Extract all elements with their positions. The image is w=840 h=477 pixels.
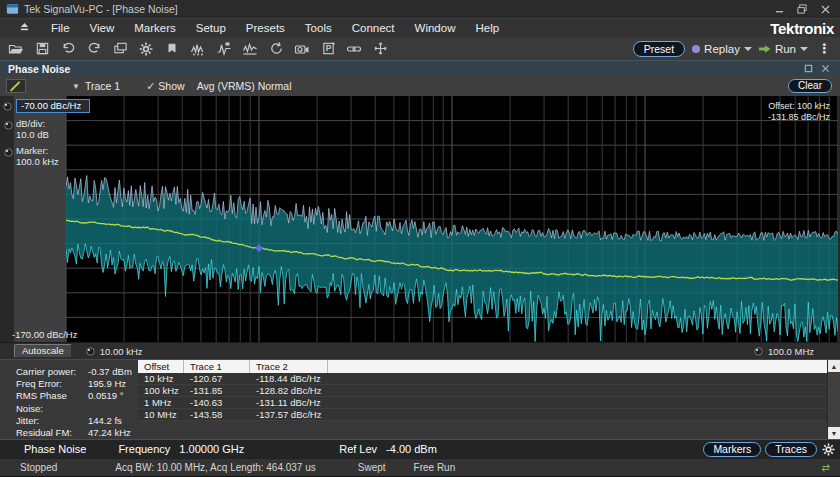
spurious-button[interactable] xyxy=(186,39,210,59)
settings-bar: Phase Noise Frequency 1.00000 GHz Ref Le… xyxy=(0,439,840,458)
measurement-value: 0.0519 ° xyxy=(88,390,124,414)
xaxis-stop-label[interactable]: 100.0 MHz xyxy=(768,346,814,357)
clear-button[interactable]: Clear xyxy=(788,79,832,93)
measurement-label: RMS Phase Noise: xyxy=(16,390,88,414)
measurement-value: -0.37 dBm xyxy=(88,366,132,378)
show-checkbox[interactable]: ✓ xyxy=(146,80,155,93)
displays-button[interactable] xyxy=(108,39,132,59)
settings-button[interactable] xyxy=(134,39,158,59)
autoscale-button[interactable]: Autoscale xyxy=(14,344,72,358)
scroll-track[interactable] xyxy=(828,372,840,427)
menu-item-markers[interactable]: Markers xyxy=(124,20,186,36)
phase-noise-plot-svg[interactable]: Offset: 100 kHz-131.85 dBc/Hz xyxy=(66,96,838,342)
show-label[interactable]: Show xyxy=(158,80,184,92)
table-scrollbar[interactable]: ▲ ▼ xyxy=(827,360,840,439)
run-button[interactable]: Run xyxy=(759,43,808,55)
signalvu-window: Tek SignalVu-PC - [Phase Noise] File Vie… xyxy=(0,0,840,477)
trace-color-slash-icon xyxy=(7,80,25,93)
cell-trace1: -143.58 dBc/Hz xyxy=(184,409,250,420)
ref-level-field[interactable]: -70.00 dBc/Hz xyxy=(16,99,90,113)
menu-item-setup[interactable]: Setup xyxy=(186,20,236,36)
cell-trace2: -118.44 dBc/Hz xyxy=(250,373,328,384)
measurement-label: Jitter: xyxy=(16,415,88,427)
redo-button[interactable] xyxy=(82,39,106,59)
close-button[interactable] xyxy=(818,3,832,15)
replay-button[interactable]: Replay xyxy=(692,43,752,55)
measurement-label: Carrier power: xyxy=(16,366,88,378)
replay-label: Replay xyxy=(704,43,740,55)
trace-color-swatch[interactable] xyxy=(6,79,26,93)
frequency-value[interactable]: 1.00000 GHz xyxy=(179,443,244,455)
menu-item-presets[interactable]: Presets xyxy=(236,20,295,36)
camera-button[interactable] xyxy=(290,39,314,59)
preset-recall-button[interactable]: P xyxy=(316,39,340,59)
table-row: 100 kHz-131.85 dBc/Hz-128.82 dBc/Hz xyxy=(138,385,827,397)
minimize-icon xyxy=(775,5,784,14)
trace-selector[interactable]: Trace 1 xyxy=(85,80,120,92)
scroll-up-button[interactable]: ▲ xyxy=(828,360,840,372)
app-menu-button[interactable] xyxy=(8,19,41,37)
frequency-setting[interactable]: Frequency 1.00000 GHz xyxy=(118,443,244,455)
expand-button[interactable] xyxy=(368,39,392,59)
settings-bar-gear-icon[interactable] xyxy=(821,442,836,457)
marker-label: Marker: xyxy=(16,145,59,156)
open-button[interactable] xyxy=(4,39,28,59)
measurement-label: Residual FM: xyxy=(16,427,88,439)
ref-level-setting[interactable]: Ref Lev -4.00 dBm xyxy=(339,443,437,455)
undo-button[interactable] xyxy=(56,39,80,59)
menu-item-view[interactable]: View xyxy=(80,20,125,36)
replay-dot-icon xyxy=(692,45,700,53)
panel-title: Phase Noise xyxy=(8,63,798,75)
panel-close-button[interactable] xyxy=(819,63,832,74)
restore-button[interactable] xyxy=(795,3,809,15)
menu-item-file[interactable]: File xyxy=(41,20,80,36)
db-div-group[interactable]: dB/div: 10.0 dB xyxy=(16,118,49,140)
markers-button[interactable]: Markers xyxy=(703,442,761,457)
marker-value: 100.0 kHz xyxy=(16,156,59,167)
results-area: Carrier power:-0.37 dBm Freq Error:195.9… xyxy=(0,359,840,439)
cell-trace2: -137.57 dBc/Hz xyxy=(250,409,328,420)
loop-icon xyxy=(269,41,284,56)
ref-lev-label: Ref Lev xyxy=(339,443,377,455)
panel-restore-icon xyxy=(804,64,813,73)
frequency-label: Frequency xyxy=(118,443,170,455)
minimize-button[interactable] xyxy=(772,3,786,15)
marker-knob-icon[interactable] xyxy=(4,148,13,157)
acquisition-info: Acq BW: 10.00 MHz, Acq Length: 464.037 u… xyxy=(115,462,316,473)
spectrum-button[interactable] xyxy=(238,39,262,59)
paste-p-icon: P xyxy=(321,41,336,56)
cell-offset: 1 MHz xyxy=(138,397,184,408)
marker-annotation-offset: Offset: 100 kHz xyxy=(768,101,830,111)
xaxis-start-label[interactable]: 10.00 kHz xyxy=(100,346,143,357)
menu-item-tools[interactable]: Tools xyxy=(295,20,342,36)
col-header-trace2: Trace 2 xyxy=(250,360,328,373)
save-button[interactable] xyxy=(30,39,54,59)
undo-icon xyxy=(61,41,76,56)
preset-button[interactable]: Preset xyxy=(633,41,685,57)
link-button[interactable] xyxy=(342,39,366,59)
menu-item-window[interactable]: Window xyxy=(405,20,466,36)
marker-group[interactable]: Marker: 100.0 kHz xyxy=(16,145,59,167)
marker-setup-button[interactable] xyxy=(160,39,184,59)
xaxis-start-knob-icon[interactable] xyxy=(86,347,95,356)
scroll-down-button[interactable]: ▼ xyxy=(828,427,840,439)
xaxis-stop-knob-icon[interactable] xyxy=(754,347,763,356)
traces-button[interactable]: Traces xyxy=(765,442,817,457)
replay-loop-button[interactable] xyxy=(264,39,288,59)
ref-level-knob-icon[interactable] xyxy=(3,102,12,111)
ref-lev-value[interactable]: -4.00 dBm xyxy=(386,443,437,455)
col-header-trace1: Trace 1 xyxy=(184,360,250,373)
connection-status-icon: ⇄ xyxy=(822,462,830,473)
link-icon xyxy=(346,41,362,57)
overflow-menu-button[interactable]: ⋮ xyxy=(815,44,834,54)
menu-item-help[interactable]: Help xyxy=(465,20,509,36)
db-div-knob-icon[interactable] xyxy=(4,121,13,130)
plot-canvas[interactable]: Offset: 100 kHz-131.85 dBc/Hz xyxy=(66,96,838,342)
cell-offset: 10 kHz xyxy=(138,373,184,384)
trigger-mode: Free Run xyxy=(414,462,456,473)
cell-trace1: -131.85 dBc/Hz xyxy=(184,385,250,396)
measurement-value: 47.24 kHz xyxy=(88,427,131,439)
pulse-marker-button[interactable] xyxy=(212,39,236,59)
panel-restore-button[interactable] xyxy=(802,63,815,74)
menu-item-connect[interactable]: Connect xyxy=(342,20,405,36)
